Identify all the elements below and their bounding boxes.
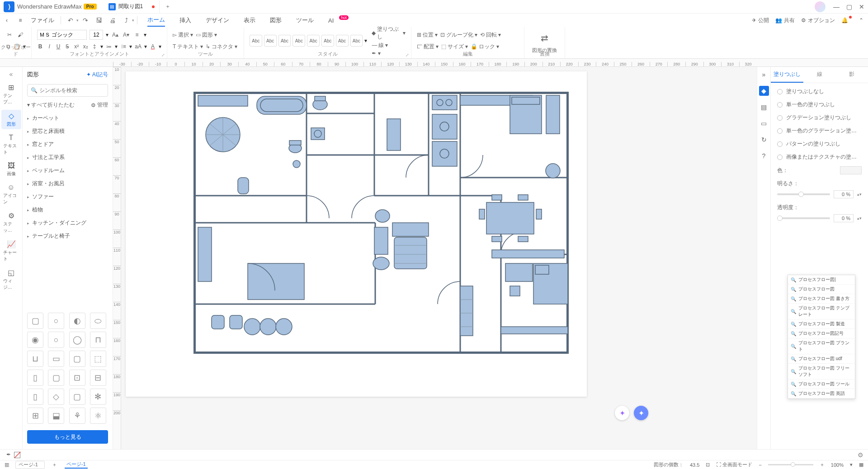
rail-image[interactable]: 🖼画像	[1, 160, 21, 179]
tab-design[interactable]: デザイン	[206, 14, 229, 26]
line-height-icon[interactable]: ‡	[91, 42, 98, 51]
rail-history-icon[interactable]: ↻	[759, 135, 769, 145]
symbol-search-input[interactable]	[27, 84, 108, 97]
font-grow-icon[interactable]: A▴	[111, 31, 119, 39]
align-icon[interactable]: ≡	[133, 31, 141, 39]
collapse-all-button[interactable]: ▾ すべて折りたたむ	[27, 101, 75, 109]
style-preset-3[interactable]: Abc	[278, 35, 291, 47]
shape-thumb-14[interactable]: ⊡	[69, 370, 85, 386]
shape-thumb-15[interactable]: ⊟	[90, 370, 106, 386]
magic-fab-icon[interactable]: ✦	[615, 406, 629, 420]
font-size-input[interactable]	[90, 30, 103, 40]
replace-shape-icon[interactable]: ⇄	[541, 34, 549, 42]
print-icon[interactable]: 🖨	[108, 15, 118, 25]
shape-thumb-0[interactable]: ▢	[27, 313, 43, 329]
pages-icon[interactable]: ▥	[5, 462, 9, 468]
zoom-in-icon[interactable]: ＋	[820, 461, 825, 468]
superscript-icon[interactable]: x²	[73, 42, 80, 51]
shape-thumb-20[interactable]: ⊞	[27, 408, 43, 424]
close-button[interactable]: ✕	[855, 0, 868, 13]
underline-icon[interactable]: U	[55, 42, 61, 51]
suggestion-row[interactable]: 🔍プロセスフロー図|	[788, 275, 855, 285]
style-preset-8[interactable]: Abc	[350, 35, 363, 47]
group-expand-icon[interactable]: ⤢	[161, 53, 165, 57]
case-icon[interactable]: aA	[135, 42, 142, 51]
subscript-icon[interactable]: x₂	[82, 42, 89, 51]
prop-tab-shadow[interactable]: 影	[835, 67, 868, 83]
prop-tab-fill[interactable]: 塗りつぶし	[771, 67, 803, 83]
export-icon[interactable]: ⤴	[121, 15, 131, 25]
redo-icon[interactable]: ↷	[80, 15, 90, 25]
shape-thumb-7[interactable]: ⊓	[90, 332, 106, 348]
nav-back-icon[interactable]: ‹	[2, 15, 12, 25]
group-dropdown[interactable]: ⊡ グループ化 ▾	[440, 31, 477, 39]
canvas[interactable]: ✦ ✦	[121, 67, 757, 449]
rail-text[interactable]: Tテキスト	[1, 132, 21, 157]
strikethrough-icon[interactable]: S̶	[64, 42, 71, 51]
bullets-icon[interactable]: ≔	[106, 42, 112, 51]
numbered-icon[interactable]: ⁝≡	[120, 42, 127, 51]
format-painter-icon[interactable]: 🖌	[16, 31, 24, 39]
font-shrink-icon[interactable]: A▾	[122, 31, 130, 39]
rotate-dropdown[interactable]: ⟲ 回転 ▾	[480, 31, 501, 39]
rail-expand-icon[interactable]: »	[759, 70, 769, 80]
shape-thumb-6[interactable]: ◯	[69, 332, 85, 348]
shape-thumb-2[interactable]: ◐	[69, 313, 85, 329]
file-menu[interactable]: ファイル	[31, 16, 54, 24]
rail-widget[interactable]: ◱ウィジ…	[1, 267, 21, 292]
style-more-icon[interactable]: ▾	[364, 38, 367, 44]
zoom-slider[interactable]	[768, 464, 813, 465]
shape-thumb-12[interactable]: ▯	[27, 370, 43, 386]
shape-tool[interactable]: ▭ 図形 ▾	[196, 31, 217, 39]
opacity-slider[interactable]	[777, 217, 830, 219]
shape-thumb-5[interactable]: ○	[48, 332, 64, 348]
rail-stencil[interactable]: ⚙ステッ…	[1, 210, 21, 235]
notification-icon[interactable]: 🔔	[841, 17, 853, 23]
suggestion-row[interactable]: 🔍プロセスフロー図 テンプレート	[788, 304, 855, 319]
style-preset-4[interactable]: Abc	[292, 35, 305, 47]
shape-thumb-18[interactable]: ▢	[69, 389, 85, 405]
select-tool[interactable]: ▻ 選択 ▾	[173, 31, 193, 39]
shape-thumb-8[interactable]: ⊔	[27, 351, 43, 367]
cut-icon[interactable]: ✂	[5, 31, 14, 39]
suggestion-row[interactable]: 🔍プロセスフロー図 プラント	[788, 338, 855, 354]
italic-icon[interactable]: I	[46, 42, 52, 51]
shape-thumb-13[interactable]: ▢	[48, 370, 64, 386]
rail-chart[interactable]: 📈チャート	[1, 238, 21, 264]
shape-thumb-23[interactable]: ⚛	[90, 408, 106, 424]
tab-ai[interactable]: AI	[328, 15, 334, 26]
collapse-panel-icon[interactable]: «	[7, 70, 16, 79]
rail-page-icon[interactable]: ▤	[759, 102, 769, 112]
connector-tool[interactable]: ↳ コネクタ ▾	[206, 43, 237, 51]
publish-button[interactable]: ✈ 公開	[752, 17, 769, 24]
tab-shape[interactable]: 図形	[270, 14, 282, 26]
fit-icon[interactable]: ⊡	[706, 462, 710, 468]
position-dropdown[interactable]: ⊞ 位置 ▾	[417, 31, 438, 39]
suggestion-row[interactable]: 🔍プロセスフロー図 書き方	[788, 294, 855, 304]
shape-thumb-11[interactable]: ⬚	[90, 351, 106, 367]
align-dropdown[interactable]: ⫍ 配置 ▾	[417, 43, 439, 51]
rail-template[interactable]: ⊞テンプ…	[1, 81, 21, 107]
lock-dropdown[interactable]: 🔒 ロック ▾	[471, 43, 499, 51]
tab-insert[interactable]: 挿入	[179, 14, 191, 26]
category-1[interactable]: 壁芯と床面積	[23, 125, 113, 138]
document-tab[interactable]: ▤ 間取り図1	[104, 0, 160, 13]
grid-icon[interactable]: ▦	[859, 462, 863, 468]
zoom-dropdown-icon[interactable]: ▾	[850, 462, 853, 468]
category-7[interactable]: 植物	[23, 203, 113, 216]
fill-pattern-radio[interactable]: パターンの塗りつぶし	[777, 140, 862, 148]
shape-thumb-1[interactable]: ○	[48, 313, 64, 329]
stepper-icon[interactable]: ▴▾	[857, 192, 862, 197]
fill-gradient-radio[interactable]: グラデーション塗りつぶし	[777, 114, 862, 122]
line-dropdown[interactable]: — 線 ▾	[372, 42, 406, 49]
fill-solid-radio[interactable]: 単一色の塗りつぶし	[777, 101, 862, 108]
tab-view[interactable]: 表示	[244, 14, 255, 26]
suggestion-row[interactable]: 🔍プロセスフロー図	[788, 285, 855, 294]
size-dropdown[interactable]: ⬚ サイズ ▾	[441, 43, 468, 51]
no-fill-swatch[interactable]	[14, 452, 20, 458]
brightness-slider[interactable]	[777, 193, 830, 195]
ai-symbol-button[interactable]: ✦ AI記号	[86, 71, 108, 79]
style-preset-7[interactable]: Abc	[336, 35, 349, 47]
style-preset-6[interactable]: Abc	[321, 35, 334, 47]
rail-shapes[interactable]: ◇図形	[1, 110, 21, 129]
